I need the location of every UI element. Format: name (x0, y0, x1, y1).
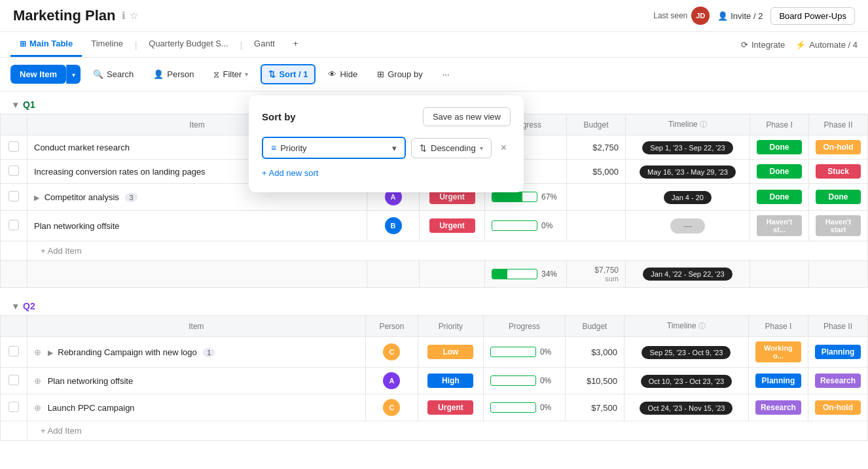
person-icon: 👤 (153, 69, 164, 79)
tab-timeline[interactable]: Timeline (82, 32, 132, 57)
q2-toggle[interactable]: ▾ (13, 301, 18, 311)
col-budget-header: Budget (567, 114, 626, 135)
add-tab-icon: + (293, 39, 298, 48)
tab-label: Main Table (29, 39, 73, 48)
q1-toggle[interactable]: ▾ (13, 99, 18, 110)
sort-order-select[interactable]: ⇅ Descending ▾ (411, 138, 492, 158)
tab-quarterly-budget[interactable]: Quarterly Budget S... (139, 32, 237, 57)
new-item-button[interactable]: New Item (10, 65, 66, 84)
row-checkbox[interactable] (9, 346, 19, 356)
timeline-cell: May 16, '23 - May 29, '23 (626, 160, 750, 184)
budget-cell: $2,750 (567, 135, 626, 160)
add-sort-button[interactable]: + Add new sort (262, 165, 511, 181)
sub-item-count: 1 (203, 348, 215, 357)
q2-section: ▾ Q2 Item Person Priority Progress Budge… (0, 293, 868, 441)
board-power-ups-button[interactable]: Board Power-Ups (770, 7, 855, 25)
col-phase1-header: Phase I (748, 316, 808, 337)
progress-cell: 0% (483, 368, 565, 394)
col-priority-header: Priority (418, 316, 483, 337)
sort-row-close-button[interactable]: × (497, 141, 511, 155)
q1-label: Q1 (23, 99, 35, 110)
table-row: ⊕ Launch PPC campaign C Urgent 0% (1, 394, 868, 421)
row-checkbox[interactable] (9, 165, 19, 176)
hide-button[interactable]: 👁 Hide (321, 65, 365, 84)
tab-gantt[interactable]: Gantt (245, 32, 284, 57)
person-cell: A (365, 368, 418, 394)
star-icon[interactable]: ☆ (130, 10, 138, 22)
sort-field-label: Priority (280, 143, 388, 153)
hide-icon: 👁 (328, 69, 336, 79)
sort-order-label: Descending (431, 143, 476, 153)
row-checkbox[interactable] (9, 220, 19, 230)
toolbar: New Item ▾ 🔍 Search 👤 Person ⧖ Filter ▾ … (0, 58, 868, 92)
group-by-button[interactable]: ⊞ Group by (370, 65, 429, 84)
col-person-header: Person (365, 316, 418, 337)
avatar: C (383, 399, 400, 416)
add-item-label[interactable]: + Add Item (27, 421, 868, 441)
more-button[interactable]: ··· (435, 65, 457, 84)
person-button[interactable]: 👤 Person (146, 65, 201, 84)
timeline-info-icon[interactable]: ⓘ (698, 322, 706, 330)
q2-table: Item Person Priority Progress Budget Tim… (0, 315, 868, 441)
avatar: A (383, 372, 400, 389)
priority-cell: Urgent (420, 211, 485, 241)
item-name-cell: ⊕ ▶ Rebranding Campaign with new logo 1 (27, 337, 366, 368)
tab-main-table[interactable]: ⊞ Main Table (10, 32, 82, 57)
filter-icon: ⧖ (213, 69, 219, 80)
col-timeline-header: Timeline ⓘ (624, 316, 748, 337)
col-item-header: Item (27, 316, 366, 337)
row-checkbox[interactable] (9, 402, 19, 412)
sort-field-select[interactable]: ≡ Priority ▾ (262, 137, 406, 159)
col-phase2-header: Phase II (809, 114, 868, 135)
add-item-label[interactable]: + Add Item (27, 241, 868, 261)
add-subitem-icon[interactable]: ⊕ (34, 403, 41, 413)
timeline-info-icon[interactable]: ⓘ (700, 120, 707, 128)
automate-button[interactable]: ⚡ Automate / 4 (795, 40, 858, 50)
header-right: Last seen JD 👤 Invite / 2 Board Power-Up… (653, 7, 855, 25)
progress-bar (492, 220, 537, 231)
progress-fill (492, 269, 507, 279)
search-icon: 🔍 (93, 69, 103, 79)
sort-button[interactable]: ⇅ Sort / 1 (261, 64, 316, 84)
summary-progress: 34% (485, 261, 567, 288)
timeline-cell: Oct 24, '23 - Nov 15, '23 (624, 394, 748, 421)
col-phase2-header: Phase II (808, 316, 867, 337)
filter-button[interactable]: ⧖ Filter ▾ (206, 65, 255, 84)
table-row: Plan networking offsite B Urgent 0% (1, 211, 868, 241)
expand-icon[interactable]: ▶ (48, 349, 53, 356)
summary-timeline: Jan 4, '22 - Sep 22, '23 (626, 261, 750, 288)
phase1-cell: Research (748, 394, 808, 421)
timeline-cell: Sep 1, '23 - Sep 22, '23 (626, 135, 750, 160)
progress-fill (492, 192, 522, 201)
col-phase1-header: Phase I (750, 114, 809, 135)
add-subitem-icon[interactable]: ⊕ (34, 347, 41, 357)
item-name-cell: ⊕ Plan networking offsite (27, 368, 366, 394)
group-icon: ⊞ (377, 69, 384, 79)
sort-field-chevron: ▾ (392, 143, 397, 153)
tab-add[interactable]: + (284, 32, 308, 57)
integrate-button[interactable]: ⟳ Integrate (741, 40, 785, 50)
title-icons: ℹ ☆ (122, 10, 138, 22)
save-as-new-button[interactable]: Save as new view (423, 107, 511, 126)
progress-bar (490, 375, 536, 386)
search-button[interactable]: 🔍 Search (86, 65, 141, 84)
row-checkbox[interactable] (9, 375, 19, 385)
last-seen: Last seen JD (653, 7, 710, 25)
row-checkbox[interactable] (9, 191, 19, 201)
row-checkbox[interactable] (9, 141, 19, 152)
new-item-dropdown-arrow[interactable]: ▾ (66, 65, 81, 84)
timeline-cell: — (626, 211, 750, 241)
progress-cell: 0% (483, 394, 565, 421)
add-item-row[interactable]: + Add Item (1, 421, 868, 441)
progress-bar (492, 192, 537, 202)
col-budget-header: Budget (565, 316, 624, 337)
expand-icon[interactable]: ▶ (34, 194, 39, 201)
new-item-label: New Item (20, 69, 57, 79)
phase2-cell: Haven't start (809, 211, 868, 241)
add-item-row[interactable]: + Add Item (1, 241, 868, 261)
add-subitem-icon[interactable]: ⊕ (34, 376, 41, 386)
phase1-cell: Done (750, 135, 809, 160)
invite-button[interactable]: 👤 Invite / 2 (717, 11, 763, 21)
q2-label: Q2 (23, 301, 35, 311)
info-icon[interactable]: ℹ (122, 10, 126, 22)
